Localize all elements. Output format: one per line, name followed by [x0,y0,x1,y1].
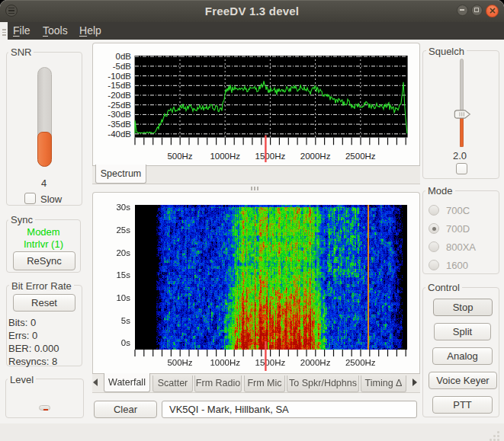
svg-text:0dB: 0dB [116,52,132,61]
svg-text:2500Hz: 2500Hz [345,152,376,161]
svg-text:2000Hz: 2000Hz [300,358,331,367]
svg-text:-10dB: -10dB [108,72,131,81]
svg-text:2500Hz: 2500Hz [345,358,376,367]
svg-text:1000Hz: 1000Hz [210,152,240,161]
svg-text:500Hz: 500Hz [167,152,192,161]
svg-text:1500Hz: 1500Hz [255,358,286,367]
svg-text:15s: 15s [116,270,130,280]
svg-text:2000Hz: 2000Hz [300,152,331,161]
svg-text:5s: 5s [121,316,130,325]
svg-text:25s: 25s [116,225,130,235]
svg-text:10s: 10s [116,293,130,302]
svg-text:-25dB: -25dB [108,101,131,110]
svg-text:-35dB: -35dB [108,120,131,129]
svg-text:0s: 0s [121,338,130,347]
svg-text:500Hz: 500Hz [167,358,192,367]
svg-text:-40dB: -40dB [108,129,131,139]
svg-text:30s: 30s [116,203,130,212]
svg-text:-30dB: -30dB [108,110,131,119]
svg-text:-15dB: -15dB [108,81,131,90]
svg-text:-20dB: -20dB [108,91,131,100]
svg-text:1500Hz: 1500Hz [255,152,286,161]
svg-text:1000Hz: 1000Hz [210,358,240,367]
svg-text:20s: 20s [116,248,130,257]
svg-text:-5dB: -5dB [113,62,132,71]
